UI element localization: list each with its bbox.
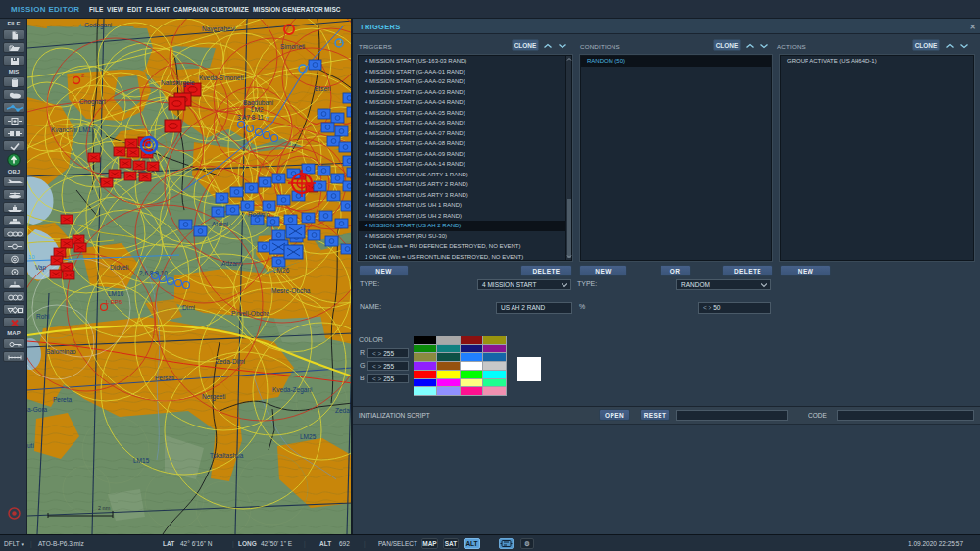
svg-text:Pereta: Pereta: [53, 396, 73, 403]
svg-text:Kveda-S'moneti: Kveda-S'moneti: [199, 75, 244, 81]
svg-text:Kveda-Zegani: Kveda-Zegani: [272, 386, 312, 394]
svg-text:Simoneti: Simoneti: [280, 43, 305, 50]
svg-text:3 A7 8 11: 3 A7 8 11: [237, 114, 264, 121]
svg-text:Persati: Persati: [155, 375, 174, 381]
svg-text:Dimi: Dimi: [182, 304, 195, 311]
svg-text:Didveli: Didveli: [110, 264, 129, 271]
svg-text:L EP6: L EP6: [106, 299, 122, 305]
svg-text:a-Gora: a-Gora: [27, 406, 48, 413]
svg-text:Nahshirgele: Nahshirgele: [161, 79, 195, 87]
svg-text:Mesre-Obcha: Mesre-Obcha: [271, 287, 311, 294]
svg-text:Rohi: Rohi: [36, 313, 49, 320]
svg-text:Godogani: Godogani: [84, 22, 112, 29]
svg-text:Salominao: Salominao: [46, 348, 76, 355]
svg-text:LM16: LM16: [108, 290, 124, 297]
svg-text:LM26: LM26: [273, 267, 290, 274]
svg-text:Nergeeti: Nergeeti: [202, 393, 226, 401]
svg-text:2 nm: 2 nm: [98, 505, 111, 511]
svg-text:Zeda: Zeda: [335, 407, 350, 414]
svg-text:Chognari: Chognari: [79, 98, 105, 106]
svg-text:Zeda-Dimi: Zeda-Dimi: [216, 358, 245, 365]
svg-text:Pirveli-Obcha: Pirveli-Obcha: [231, 310, 270, 317]
svg-text:Tskaltashua: Tskaltashua: [210, 452, 244, 459]
svg-text:LM2: LM2: [251, 106, 264, 113]
svg-text:Etseri: Etseri: [315, 85, 331, 92]
svg-text:2,6,8,9,10: 2,6,8,9,10: [139, 270, 168, 276]
svg-text:uti: uti: [27, 442, 34, 449]
svg-text:Rodinlo: Rodinlo: [248, 211, 270, 218]
svg-text:Atarni: Atarni: [212, 221, 228, 227]
svg-text:10: 10: [28, 254, 35, 260]
svg-text:Vap: Vap: [35, 264, 46, 272]
svg-text:Adzarni: Adzarni: [221, 260, 243, 267]
svg-text:Kvanchhi LM17: Kvanchhi LM17: [51, 126, 95, 133]
svg-text:LM15: LM15: [133, 457, 150, 464]
svg-text:LM25: LM25: [300, 433, 317, 440]
svg-text:Navenahevi: Navenahevi: [202, 25, 235, 32]
